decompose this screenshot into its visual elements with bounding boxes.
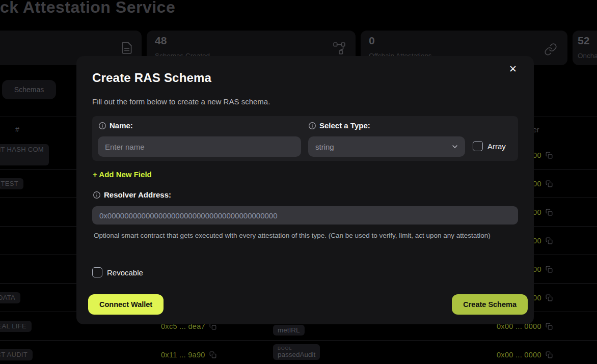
name-label: Name: xyxy=(110,121,133,130)
info-icon xyxy=(98,122,106,130)
resolver-address-label: Resolver Address: xyxy=(104,190,171,199)
table-row: ACT AUDIT 0x11 ... 9a90 BOOLpassedAudit … xyxy=(0,341,597,364)
app-root: { "app": { "title": "ck Attestation Serv… xyxy=(0,0,597,364)
copy-icon[interactable] xyxy=(546,180,553,187)
copy-icon[interactable] xyxy=(209,351,216,358)
schema-field-badge: BOOLpassedAudit xyxy=(273,344,320,360)
modal-subtitle: Fill out the form below to create a new … xyxy=(92,97,270,106)
stat-label: Onchain Attestations xyxy=(578,52,597,60)
array-label: Array xyxy=(487,142,506,151)
schema-name-badge: NT HASH COM xyxy=(0,144,49,165)
copy-icon[interactable] xyxy=(546,266,553,273)
connect-wallet-button[interactable]: Connect Wallet xyxy=(88,294,164,315)
stat-card-onchain: 52 Onchain Attestations xyxy=(573,31,597,65)
create-schema-button[interactable]: Create Schema xyxy=(452,294,528,315)
type-label-row: Select a Type: xyxy=(308,121,370,130)
schema-field-badge: metIRL xyxy=(273,325,305,335)
revocable-checkbox[interactable] xyxy=(92,267,102,277)
copy-icon[interactable] xyxy=(546,351,553,358)
stat-value: 0 xyxy=(369,35,375,47)
document-icon xyxy=(120,41,133,57)
revocable-label: Revocable xyxy=(107,268,143,277)
schema-uid: 0x11 ... 9a90 xyxy=(161,351,205,359)
close-icon[interactable]: ✕ xyxy=(506,62,520,75)
name-input[interactable] xyxy=(98,136,301,157)
copy-icon[interactable] xyxy=(546,237,553,244)
copy-icon[interactable] xyxy=(546,323,553,330)
type-select-value: string xyxy=(315,143,334,151)
info-icon xyxy=(308,122,316,130)
add-new-field-button[interactable]: + Add New Field xyxy=(93,170,152,179)
stat-value: 52 xyxy=(578,35,589,47)
array-checkbox[interactable] xyxy=(473,141,483,151)
field-row-section: Name: Select a Type: string Array xyxy=(92,116,518,161)
tab-schemas[interactable]: Schemas xyxy=(2,80,56,99)
resolver-link[interactable]: 0x00 ... 0000 xyxy=(497,351,553,359)
resolver-helper-text: Optional smart contract that gets execut… xyxy=(94,231,497,241)
schema-name-badge: REAL LIFE xyxy=(0,321,32,332)
copy-icon[interactable] xyxy=(546,152,553,159)
chevron-down-icon xyxy=(451,143,459,152)
schema-name-badge: ACT AUDIT xyxy=(0,349,33,360)
resolver-address: 0x00 ... 0000 xyxy=(497,351,541,359)
type-select[interactable]: string xyxy=(308,136,465,157)
schema-uid-link[interactable]: 0x11 ... 9a90 xyxy=(161,351,216,359)
create-schema-modal: ✕ Create RAS Schema Fill out the form be… xyxy=(76,56,534,324)
resolver-label-row: Resolver Address: xyxy=(93,190,171,199)
revocable-checkbox-row: Revocable xyxy=(92,267,143,277)
column-header-number: # xyxy=(15,125,19,133)
field-name-label: passedAudit xyxy=(278,351,315,358)
array-checkbox-row: Array xyxy=(473,141,506,151)
schema-name-badge: E DATA xyxy=(0,292,20,303)
copy-icon[interactable] xyxy=(546,294,553,301)
page-title: ck Attestation Service xyxy=(0,0,175,17)
schema-name-badge: A_TEST xyxy=(0,178,23,189)
resolver-address-input[interactable] xyxy=(92,206,518,225)
copy-icon[interactable] xyxy=(546,209,553,216)
link-icon xyxy=(544,43,557,58)
name-label-row: Name: xyxy=(98,121,133,130)
type-label: Select a Type: xyxy=(319,121,370,130)
modal-title: Create RAS Schema xyxy=(92,71,211,85)
stat-value: 48 xyxy=(155,35,167,47)
field-type-label: BOOL xyxy=(278,346,315,351)
network-icon xyxy=(332,42,346,57)
info-icon xyxy=(93,191,101,199)
